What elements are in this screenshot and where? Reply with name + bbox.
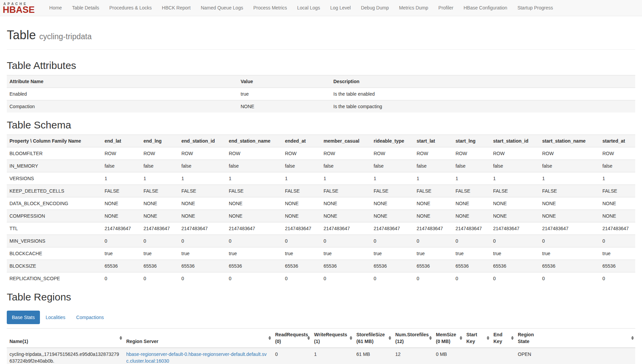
schema-value-cell: 65536 [371,260,414,272]
region-name: cycling-tripdata,,1719475156245.e95d0a13… [7,348,124,364]
region-server-link[interactable]: hbase-regionserver-default-0.hbase-regio… [126,351,267,364]
schema-value-cell: true [371,247,414,260]
sort-icon[interactable] [389,336,391,340]
regions-column-label-line1: WriteRequests [314,331,348,338]
tab-link-base-stats[interactable]: Base Stats [7,311,40,324]
attribute-description: Is the table compacting [331,100,635,113]
nav-link-debug-dump[interactable]: Debug Dump [356,0,394,16]
sort-icon[interactable] [460,336,462,340]
nav-item-hbase-configuration: HBase Configuration [459,0,512,16]
schema-value-cell: false [539,160,600,172]
schema-value-cell: 65536 [414,260,453,272]
schema-value-cell: 2147483647 [321,222,371,235]
schema-column-start-lng: start_lng [453,135,490,147]
schema-value-cell: false [371,160,414,172]
schema-row-data-block-encoding: DATA_BLOCK_ENCODINGNONENONENONENONENONEN… [7,197,635,210]
nav-link-table-details[interactable]: Table Details [67,0,104,16]
schema-value-cell: FALSE [179,185,226,197]
nav-item-home: Home [44,0,67,16]
nav-link-log-level[interactable]: Log Level [325,0,356,16]
schema-value-cell: ROW [226,147,282,160]
schema-row-blockcache: BLOCKCACHEtruetruetruetruetruetruetruetr… [7,247,635,260]
schema-value-cell: true [102,247,141,260]
regions-column-storefilesize-61-mb[interactable]: StorefileSize(61 MB) [354,328,393,348]
sort-icon[interactable] [119,336,122,340]
regions-column-memsize-0-mb[interactable]: MemSize(0 MB) [433,328,464,348]
sort-icon[interactable] [429,336,432,340]
nav-link-local-logs[interactable]: Local Logs [292,0,325,16]
schema-header-row: Property \ Column Family Nameend_latend_… [7,135,635,147]
tab-link-compactions[interactable]: Compactions [71,311,109,324]
schema-column-start-lat: start_lat [414,135,453,147]
navbar: APACHE HBASE HomeTable DetailsProcedures… [0,0,642,16]
nav-link-procedures-locks[interactable]: Procedures & Locks [104,0,157,16]
regions-table-head: Name(1)Region ServerReadRequests(0)Write… [7,328,635,348]
schema-value-cell: 1 [371,172,414,185]
sort-icon[interactable] [511,336,514,340]
attributes-column-value: Value [238,75,331,88]
nav-link-hbase-configuration[interactable]: HBase Configuration [459,0,512,16]
nav-link-process-metrics[interactable]: Process Metrics [248,0,292,16]
start-key [464,348,491,364]
nav-link-metrics-dump[interactable]: Metrics Dump [394,0,433,16]
schema-value-cell: NONE [141,197,179,210]
regions-column-region-server[interactable]: Region Server [124,328,272,348]
schema-value-cell: FALSE [453,185,490,197]
nav-link-home[interactable]: Home [44,0,67,16]
schema-value-cell: 65536 [226,260,282,272]
schema-value-cell: 0 [179,272,226,285]
schema-value-cell: FALSE [141,185,179,197]
sort-up-arrow-icon [429,336,432,338]
schema-value-cell: 0 [321,235,371,247]
sort-up-arrow-icon [389,336,391,338]
schema-value-cell: NONE [453,210,490,222]
regions-column-end-key[interactable]: EndKey [491,328,515,348]
schema-value-cell: 1 [179,172,226,185]
schema-value-cell: ROW [539,147,600,160]
tab-link-localities[interactable]: Localities [41,311,70,324]
schema-value-cell: 1 [414,172,453,185]
nav-link-named-queue-logs[interactable]: Named Queue Logs [196,0,248,16]
regions-column-region-state[interactable]: RegionState [515,328,635,348]
schema-value-cell: NONE [539,210,600,222]
sort-down-arrow-icon [350,338,352,340]
schema-value-cell: NONE [414,210,453,222]
schema-value-cell: NONE [282,210,321,222]
read-requests: 0 [272,348,311,364]
sort-icon[interactable] [487,336,489,340]
attribute-description: Is the table enabled [331,88,635,100]
regions-column-label-line1: Start [466,331,485,338]
regions-column-label-line2: (0 MB) [436,338,458,345]
hbase-logo[interactable]: APACHE HBASE [3,2,35,15]
regions-column-name-1[interactable]: Name(1) [7,328,124,348]
sort-icon[interactable] [631,336,634,340]
schema-value-cell: 2147483647 [453,222,490,235]
nav-link-startup-progress[interactable]: Startup Progress [512,0,558,16]
schema-row-bloomfilter: BLOOMFILTERROWROWROWROWROWROWROWROWROWRO… [7,147,635,160]
schema-value-cell: 2147483647 [102,222,141,235]
schema-value-cell: FALSE [490,185,539,197]
regions-column-writerequests-1[interactable]: WriteRequests(1) [311,328,354,348]
schema-value-cell: NONE [226,210,282,222]
sort-icon[interactable] [350,336,352,340]
sort-icon[interactable] [268,336,271,340]
schema-value-cell: FALSE [226,185,282,197]
schema-value-cell: true [600,247,635,260]
attribute-row-compaction: CompactionNONEIs the table compacting [7,100,635,113]
schema-value-cell: 2147483647 [490,222,539,235]
sort-down-arrow-icon [268,338,271,340]
page-header: Tablecycling-tripdata [7,28,635,50]
regions-column-start-key[interactable]: StartKey [464,328,491,348]
regions-table: Name(1)Region ServerReadRequests(0)Write… [7,328,635,364]
regions-column-label-line1: MemSize [436,331,458,338]
regions-column-num-storefiles-12[interactable]: Num.Storefiles(12) [393,328,433,348]
regions-column-readrequests-0[interactable]: ReadRequests(0) [272,328,311,348]
nav-link-hbck-report[interactable]: HBCK Report [157,0,196,16]
nav-item-local-logs: Local Logs [292,0,325,16]
attributes-column-description: Description [331,75,635,88]
sort-icon[interactable] [307,336,310,340]
schema-value-cell: false [141,160,179,172]
schema-value-cell: 0 [226,235,282,247]
nav-link-profiler[interactable]: Profiler [433,0,458,16]
attributes-column-attribute-name: Attribute Name [7,75,238,88]
